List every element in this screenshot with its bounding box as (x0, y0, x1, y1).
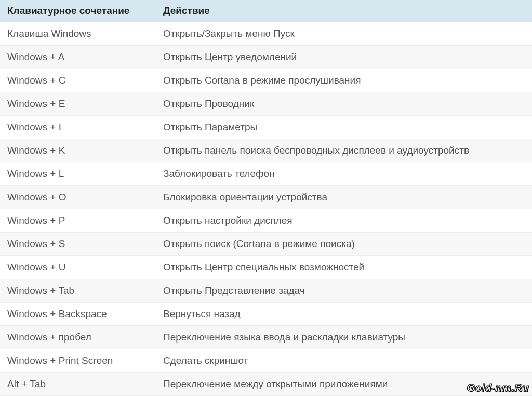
cell-shortcut: Alt + Tab (0, 373, 156, 396)
table-row: Windows + CОткрыть Cortana в режиме прос… (0, 69, 532, 92)
table-row: Windows + OБлокировка ориентации устройс… (0, 186, 532, 209)
cell-action: Блокировка ориентации устройства (156, 186, 532, 209)
table-row: Windows + SОткрыть поиск (Cortana в режи… (0, 233, 532, 256)
cell-shortcut: Windows + I (0, 116, 156, 139)
cell-shortcut: Windows + E (0, 92, 156, 116)
cell-action: Открыть Параметры (156, 116, 532, 139)
cell-shortcut: Windows + U (0, 256, 156, 279)
cell-shortcut: Клавиша Windows (0, 22, 156, 46)
cell-action: Открыть Центр уведомлений (156, 46, 532, 69)
cell-action: Открыть Проводник (156, 92, 532, 116)
table-row: Windows + BackspaceВернуться назад (0, 303, 532, 326)
header-shortcut: Клавиатурное сочетание (0, 0, 156, 22)
table-row: Windows + IОткрыть Параметры (0, 116, 532, 139)
cell-action: Заблокировать телефон (156, 162, 532, 186)
cell-action: Открыть панель поиска беспроводных диспл… (156, 139, 532, 162)
table-row: Windows + UОткрыть Центр специальных воз… (0, 256, 532, 279)
watermark-text: Gold-nm.Ru (467, 382, 529, 394)
table-header-row: Клавиатурное сочетание Действие (0, 0, 532, 22)
table-row: Windows + KОткрыть панель поиска беспров… (0, 139, 532, 162)
cell-shortcut: Windows + Backspace (0, 303, 156, 326)
table-row: Windows + Print ScreenСделать скриншот (0, 349, 532, 373)
cell-shortcut: Windows + Print Screen (0, 349, 156, 373)
cell-shortcut: Windows + Tab (0, 279, 156, 303)
cell-shortcut: Windows + A (0, 46, 156, 69)
table-row: Windows + EОткрыть Проводник (0, 92, 532, 116)
cell-action: Открыть/Закрыть меню Пуск (156, 22, 532, 46)
table-row: Windows + TabОткрыть Представление задач (0, 279, 532, 303)
table-row: Windows + PОткрыть настройки дисплея (0, 209, 532, 233)
cell-action: Открыть настройки дисплея (156, 209, 532, 233)
cell-shortcut: Windows + K (0, 139, 156, 162)
cell-shortcut: Windows + S (0, 233, 156, 256)
table-row: Windows + пробелПереключение языка ввода… (0, 326, 532, 349)
table-row: Клавиша WindowsОткрыть/Закрыть меню Пуск (0, 22, 532, 46)
shortcuts-table: Клавиатурное сочетание Действие Клавиша … (0, 0, 532, 396)
cell-action: Сделать скриншот (156, 349, 532, 373)
cell-action: Открыть Cortana в режиме прослушивания (156, 69, 532, 92)
table-body: Клавиша WindowsОткрыть/Закрыть меню Пуск… (0, 22, 532, 396)
cell-action: Переключение языка ввода и раскладки кла… (156, 326, 532, 349)
cell-shortcut: Windows + пробел (0, 326, 156, 349)
cell-action: Открыть Представление задач (156, 279, 532, 303)
table-row: Windows + AОткрыть Центр уведомлений (0, 46, 532, 69)
header-action: Действие (156, 0, 532, 22)
cell-shortcut: Windows + L (0, 162, 156, 186)
table-row: Alt + TabПереключение между открытыми пр… (0, 373, 532, 396)
cell-shortcut: Windows + O (0, 186, 156, 209)
cell-action: Открыть поиск (Cortana в режиме поиска) (156, 233, 532, 256)
cell-action: Вернуться назад (156, 303, 532, 326)
cell-action: Открыть Центр специальных возможностей (156, 256, 532, 279)
cell-shortcut: Windows + C (0, 69, 156, 92)
table-row: Windows + LЗаблокировать телефон (0, 162, 532, 186)
cell-shortcut: Windows + P (0, 209, 156, 233)
